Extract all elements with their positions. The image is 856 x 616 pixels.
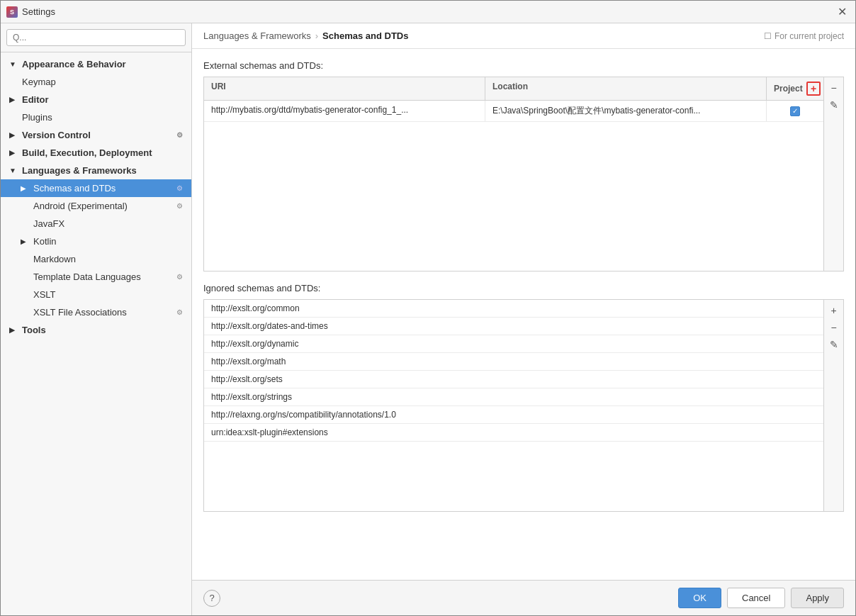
sidebar-item-schemas-dtds[interactable]: ▶ Schemas and DTDs ⚙ <box>1 179 191 197</box>
apply-button[interactable]: Apply <box>791 588 844 608</box>
close-button[interactable]: ✕ <box>835 5 850 19</box>
panel-content: External schemas and DTDs: URI Location … <box>192 49 855 580</box>
sidebar-item-android[interactable]: Android (Experimental) ⚙ <box>1 197 191 215</box>
sidebar-item-label: Appearance & Behavior <box>22 59 126 69</box>
breadcrumb-separator: › <box>315 30 318 41</box>
sidebar-item-label: Kotlin <box>33 236 57 247</box>
ignored-actions-col: + − ✎ <box>823 300 843 511</box>
title-bar-left: S Settings <box>6 6 55 18</box>
sidebar-item-plugins[interactable]: Plugins <box>1 108 191 126</box>
table-header: URI Location Project + <box>204 77 823 101</box>
sidebar-item-label: Build, Execution, Deployment <box>22 147 152 158</box>
edit-external-button[interactable]: ✎ <box>826 97 842 113</box>
project-icon: ☐ <box>764 31 772 41</box>
external-schemas-title: External schemas and DTDs: <box>203 60 844 71</box>
project-label: For current project <box>775 31 844 41</box>
ignored-row[interactable]: http://exslt.org/dynamic <box>204 335 823 353</box>
arrow-icon: ▼ <box>9 60 18 68</box>
external-schemas-section: External schemas and DTDs: URI Location … <box>203 60 844 271</box>
arrow-icon: ▶ <box>21 184 29 192</box>
arrow-icon: ▶ <box>21 237 29 245</box>
sidebar-item-javafx[interactable]: JavaFX <box>1 215 191 233</box>
footer-buttons: OK Cancel Apply <box>678 588 844 608</box>
sidebar-nav: ▼ Appearance & Behavior Keymap ▶ Editor … <box>1 52 191 615</box>
breadcrumb-current: Schemas and DTDs <box>322 30 408 41</box>
project-cell: ✓ <box>767 101 823 121</box>
sidebar-item-kotlin[interactable]: ▶ Kotlin <box>1 233 191 250</box>
remove-external-button[interactable]: − <box>826 80 842 96</box>
sidebar-item-build[interactable]: ▶ Build, Execution, Deployment <box>1 144 191 162</box>
sidebar-item-label: XSLT <box>33 289 56 300</box>
col-project-label: Project <box>774 84 803 94</box>
external-schemas-table: URI Location Project + http://myba <box>204 77 823 271</box>
search-box <box>1 23 191 52</box>
sidebar-item-markdown[interactable]: Markdown <box>1 250 191 268</box>
badge-icon: ⚙ <box>176 273 183 281</box>
table-row[interactable]: http://mybatis.org/dtd/mybatis-generator… <box>204 101 823 122</box>
ignored-schemas-table-container: http://exslt.org/common http://exslt.org… <box>203 299 844 512</box>
sidebar-item-label: Markdown <box>33 254 76 264</box>
help-button[interactable]: ? <box>203 590 220 607</box>
title-bar: S Settings ✕ <box>1 1 855 23</box>
add-ignored-button[interactable]: + <box>826 303 842 318</box>
sidebar-item-label: Schemas and DTDs <box>33 183 116 194</box>
external-schemas-table-container: URI Location Project + http://myba <box>203 77 844 271</box>
sidebar-item-xslt[interactable]: XSLT <box>1 286 191 303</box>
breadcrumb-project: ☐ For current project <box>764 31 844 41</box>
sidebar-item-tools[interactable]: ▶ Tools <box>1 321 191 339</box>
settings-window: S Settings ✕ ▼ Appearance & Behavior Key… <box>0 0 856 616</box>
badge-icon: ⚙ <box>176 131 183 139</box>
sidebar-item-label: JavaFX <box>33 218 64 229</box>
sidebar-item-label: Keymap <box>22 77 56 87</box>
ignored-row[interactable]: http://exslt.org/strings <box>204 388 823 406</box>
cancel-button[interactable]: Cancel <box>727 588 785 608</box>
badge-icon: ⚙ <box>176 202 183 210</box>
external-actions-col: − ✎ <box>823 77 843 271</box>
ignored-row[interactable]: http://relaxng.org/ns/compatibility/anno… <box>204 406 823 424</box>
ignored-row[interactable]: urn:idea:xslt-plugin#extensions <box>204 424 823 442</box>
sidebar-item-keymap[interactable]: Keymap <box>1 73 191 91</box>
sidebar-item-label: Template Data Languages <box>33 271 141 282</box>
window-title: Settings <box>22 6 55 17</box>
badge-icon: ⚙ <box>176 184 183 192</box>
sidebar-item-editor[interactable]: ▶ Editor <box>1 91 191 108</box>
arrow-icon: ▶ <box>9 149 18 157</box>
sidebar: ▼ Appearance & Behavior Keymap ▶ Editor … <box>1 23 192 615</box>
ok-button[interactable]: OK <box>678 588 721 608</box>
arrow-icon: ▼ <box>9 167 18 174</box>
table-body: http://mybatis.org/dtd/mybatis-generator… <box>204 101 823 271</box>
sidebar-item-languages[interactable]: ▼ Languages & Frameworks <box>1 162 191 179</box>
ignored-row[interactable]: http://exslt.org/common <box>204 300 823 318</box>
ignored-row[interactable]: http://exslt.org/dates-and-times <box>204 318 823 335</box>
ignored-schemas-title: Ignored schemas and DTDs: <box>203 283 844 293</box>
arrow-icon: ▶ <box>9 131 18 139</box>
col-header-uri: URI <box>204 77 485 100</box>
add-external-schema-button[interactable]: + <box>806 82 821 96</box>
sidebar-item-version-control[interactable]: ▶ Version Control ⚙ <box>1 126 191 144</box>
sidebar-item-label: Version Control <box>22 130 91 140</box>
sidebar-item-label: Languages & Frameworks <box>22 165 137 176</box>
sidebar-item-appearance[interactable]: ▼ Appearance & Behavior <box>1 55 191 73</box>
project-checkbox[interactable]: ✓ <box>790 106 800 116</box>
sidebar-item-label: Android (Experimental) <box>33 201 128 211</box>
remove-ignored-button[interactable]: − <box>826 320 842 335</box>
arrow-icon: ▶ <box>9 96 18 103</box>
sidebar-item-xslt-file[interactable]: XSLT File Associations ⚙ <box>1 303 191 321</box>
ignored-row[interactable]: http://exslt.org/sets <box>204 371 823 388</box>
breadcrumb-parent: Languages & Frameworks <box>203 30 311 41</box>
col-header-location: Location <box>485 77 767 100</box>
uri-cell: http://mybatis.org/dtd/mybatis-generator… <box>204 101 485 121</box>
ignored-row[interactable]: http://exslt.org/math <box>204 353 823 371</box>
footer: ? OK Cancel Apply <box>192 580 855 615</box>
sidebar-item-label: XSLT File Associations <box>33 307 127 318</box>
app-icon: S <box>6 6 18 18</box>
sidebar-item-label: Tools <box>22 325 46 335</box>
ignored-schemas-section: Ignored schemas and DTDs: http://exslt.o… <box>203 283 844 512</box>
sidebar-item-template-data[interactable]: Template Data Languages ⚙ <box>1 268 191 286</box>
search-input[interactable] <box>6 29 186 46</box>
badge-icon: ⚙ <box>176 308 183 316</box>
edit-ignored-button[interactable]: ✎ <box>826 337 842 352</box>
sidebar-item-label: Plugins <box>22 112 52 123</box>
ignored-schemas-list: http://exslt.org/common http://exslt.org… <box>204 300 823 511</box>
arrow-icon: ▶ <box>9 326 18 334</box>
